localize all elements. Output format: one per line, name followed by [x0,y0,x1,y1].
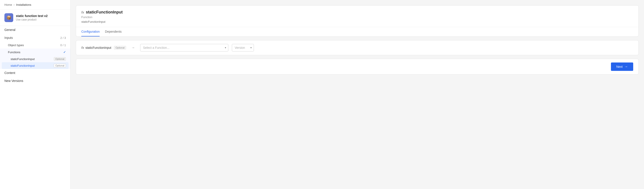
card-subtitle: Function [81,16,633,19]
function-item-1-badge: Optional [54,57,66,61]
tabs: Configuration Dependents [76,27,638,37]
next-arrow-icon: → [624,65,628,69]
function-item-2[interactable]: staticFunctionInput Optional [2,62,68,69]
sidebar-object-types-label: Object types [8,44,24,47]
breadcrumb-separator: > [14,4,15,6]
main-content: fx staticFunctionInput Function staticFu… [70,0,644,189]
breadcrumb-current: Installations [16,3,31,7]
sidebar: Home > Installations 📦 static function t… [0,0,70,189]
next-button-label: Next [616,65,622,68]
function-item-2-badge: Optional [54,64,66,67]
app-subtitle: Use case product [16,18,48,21]
app-name: static function test v2 [16,14,48,18]
tab-dependents[interactable]: Dependents [105,27,122,37]
nav-section: General Inputs 2 / 3 Object types 0 / 1 … [0,26,70,85]
config-row: fx staticFunctionInput Optional → Select… [76,40,638,55]
function-select-wrapper: Select a Function... ▾ [140,44,228,52]
sidebar-object-types-badge: 0 / 1 [60,44,66,47]
config-card: fx staticFunctionInput Optional → Select… [76,40,639,55]
app-info: static function test v2 Use case product [16,14,48,21]
config-field-name: staticFunctionInput [85,46,111,50]
detail-card: fx staticFunctionInput Function staticFu… [76,5,639,37]
app-icon: 📦 [4,13,13,22]
card-header: fx staticFunctionInput Function staticFu… [76,6,638,27]
config-fx-icon: fx [81,46,84,50]
breadcrumb: Home > Installations [0,0,70,10]
tab-configuration[interactable]: Configuration [81,27,100,37]
sidebar-item-inputs[interactable]: Inputs 2 / 3 [0,34,70,42]
functions-section: Functions ✓ staticFunctionInput Optional… [0,49,70,69]
next-button[interactable]: Next → [611,63,633,71]
card-title-row: fx staticFunctionInput [81,10,633,15]
version-select-wrapper: Version ▾ [232,44,254,52]
sidebar-item-general[interactable]: General [0,26,70,34]
config-arrow-icon: → [131,46,135,50]
functions-header[interactable]: Functions ✓ [0,49,70,56]
sidebar-inputs-label: Inputs [4,36,13,40]
config-optional-tag: Optional [114,46,126,50]
sidebar-item-new-versions[interactable]: New Versions [0,77,70,85]
card-path: staticFunctionInput [81,20,633,23]
function-select[interactable]: Select a Function... [140,44,228,52]
sidebar-item-content[interactable]: Content [0,69,70,77]
app-header: 📦 static function test v2 Use case produ… [0,10,70,26]
card-title: staticFunctionInput [86,10,122,15]
footer-row: Next → [76,59,639,75]
sidebar-item-object-types[interactable]: Object types 0 / 1 [0,42,70,49]
functions-label: Functions [8,51,20,54]
functions-check-icon: ✓ [63,50,66,54]
function-item-1[interactable]: staticFunctionInput Optional [0,56,70,62]
version-select[interactable]: Version [232,44,254,52]
sidebar-inputs-badge: 2 / 3 [60,36,66,40]
config-input-label: fx staticFunctionInput Optional [81,46,126,50]
header-fx-icon: fx [81,11,84,14]
breadcrumb-home[interactable]: Home [4,3,12,7]
function-item-2-label: staticFunctionInput [10,64,34,67]
function-item-1-label: staticFunctionInput [10,57,34,61]
